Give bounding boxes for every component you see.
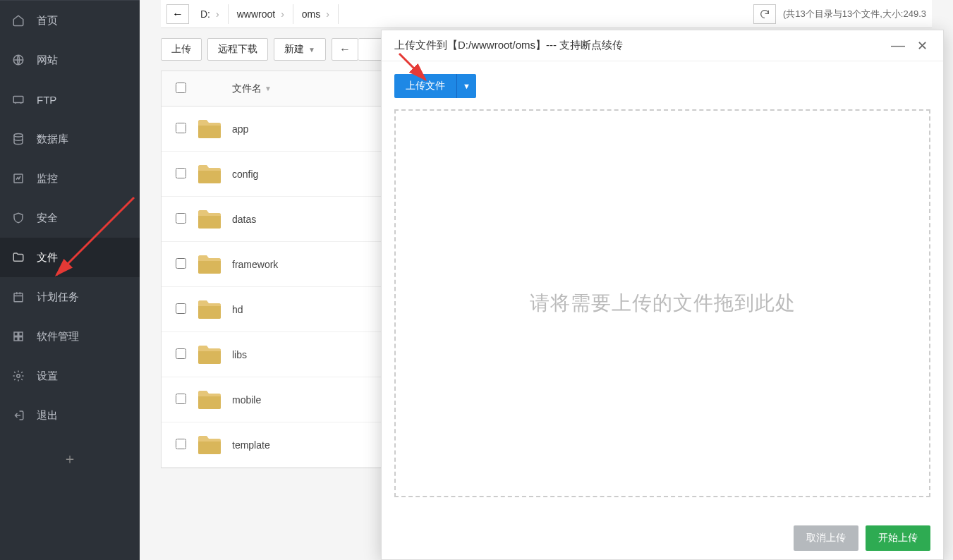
folder-icon [197,389,232,410]
row-checkbox[interactable] [176,303,186,314]
upload-file-button[interactable]: 上传文件 [394,74,456,98]
exit-icon [11,408,25,422]
sidebar-label: 设置 [37,370,58,383]
sidebar-label: 安全 [37,212,58,225]
sidebar-item-monitor[interactable]: 监控 [0,159,140,198]
sort-caret-icon: ▼ [265,85,272,92]
upload-file-dropdown[interactable]: ▼ [456,74,476,98]
sidebar-item-cron[interactable]: 计划任务 [0,277,140,317]
breadcrumb-back[interactable]: ← [166,4,189,24]
svg-rect-1 [13,97,23,103]
folder-icon [197,344,232,365]
folder-icon [197,434,232,456]
breadcrumb-path: D:› wwwroot› oms› [192,4,753,24]
database-icon [11,132,25,146]
apps-icon [11,329,25,343]
modal-close-button[interactable]: ✕ [913,37,930,54]
svg-rect-8 [19,337,23,341]
modal-header: 上传文件到【D:/wwwroot/oms】--- 支持断点续传 — ✕ [382,30,943,61]
row-checkbox[interactable] [176,394,186,404]
breadcrumb-bar: ← D:› wwwroot› oms› (共13个目录与13个文件,大小:249… [161,0,932,28]
folder-icon [197,299,232,320]
select-all-checkbox[interactable] [176,83,186,93]
row-checkbox[interactable] [176,123,186,133]
sidebar-label: 文件 [37,251,58,264]
row-checkbox[interactable] [176,213,186,224]
monitor-icon [11,171,25,185]
modal-title: 上传文件到【D:/wwwroot/oms】--- 支持断点续传 [394,39,890,52]
folder-icon [197,209,232,230]
gear-icon [11,369,25,383]
dropzone-text: 请将需要上传的文件拖到此处 [530,290,796,317]
sidebar-item-website[interactable]: 网站 [0,40,140,80]
folder-icon [197,118,232,140]
breadcrumb-seg-oms[interactable]: oms› [293,4,339,24]
upload-modal: 上传文件到【D:/wwwroot/oms】--- 支持断点续传 — ✕ 上传文件… [381,30,944,560]
svg-rect-6 [19,332,23,336]
shield-icon [11,211,25,225]
svg-rect-5 [14,332,18,336]
svg-rect-7 [14,337,18,341]
calendar-icon [11,290,25,304]
folder-icon [11,250,25,264]
sidebar-label: 监控 [37,172,58,185]
sidebar-item-home[interactable]: 首页 [0,1,140,40]
svg-rect-4 [14,293,23,302]
sidebar-item-files[interactable]: 文件 [0,238,140,277]
modal-minimize-button[interactable]: — [890,37,906,54]
sidebar-label: 软件管理 [37,330,79,343]
breadcrumb-info: (共13个目录与13个文件,大小:249.3 [783,8,926,20]
refresh-button[interactable] [753,4,776,24]
folder-icon [197,164,232,185]
start-upload-button[interactable]: 开始上传 [866,525,930,551]
row-checkbox[interactable] [176,258,186,269]
folder-icon [197,254,232,275]
modal-footer: 取消上传 开始上传 [382,517,943,559]
modal-body: 上传文件 ▼ 请将需要上传的文件拖到此处 [382,61,943,517]
upload-file-split-button: 上传文件 ▼ [394,74,476,98]
sidebar-label: 网站 [37,54,58,67]
sidebar-label: 计划任务 [37,291,79,304]
upload-dropzone[interactable]: 请将需要上传的文件拖到此处 [394,109,930,497]
ftp-icon [11,92,25,106]
sidebar-label: 数据库 [37,133,68,146]
row-checkbox[interactable] [176,439,186,449]
breadcrumb-seg-wwwroot[interactable]: wwwroot› [229,4,293,24]
row-checkbox[interactable] [176,168,186,178]
remote-download-button[interactable]: 远程下载 [207,38,268,61]
sidebar-item-security[interactable]: 安全 [0,198,140,238]
sidebar-item-database[interactable]: 数据库 [0,119,140,159]
svg-point-9 [17,375,20,378]
sidebar-label: FTP [37,94,56,106]
sidebar-label: 首页 [37,14,58,28]
breadcrumb-seg-d[interactable]: D:› [192,4,229,24]
sidebar-item-ftp[interactable]: FTP [0,80,140,119]
home-icon [11,13,25,28]
chevron-down-icon: ▼ [308,46,315,54]
new-button[interactable]: 新建▼ [274,38,326,61]
sidebar-item-software[interactable]: 软件管理 [0,317,140,356]
sidebar-add[interactable]: ＋ [0,435,140,482]
upload-button[interactable]: 上传 [161,38,202,61]
row-checkbox[interactable] [176,348,186,359]
sidebar-label: 退出 [37,409,58,422]
cancel-upload-button[interactable]: 取消上传 [794,525,858,551]
svg-point-2 [14,134,23,138]
sidebar-item-settings[interactable]: 设置 [0,356,140,396]
sidebar: 首页 网站 FTP 数据库 监控 安全 文件 计划任务 软件管理 设置 退出 ＋ [0,0,140,560]
sidebar-item-exit[interactable]: 退出 [0,396,140,435]
globe-icon [11,53,25,67]
nav-back-button[interactable]: ← [332,38,358,61]
